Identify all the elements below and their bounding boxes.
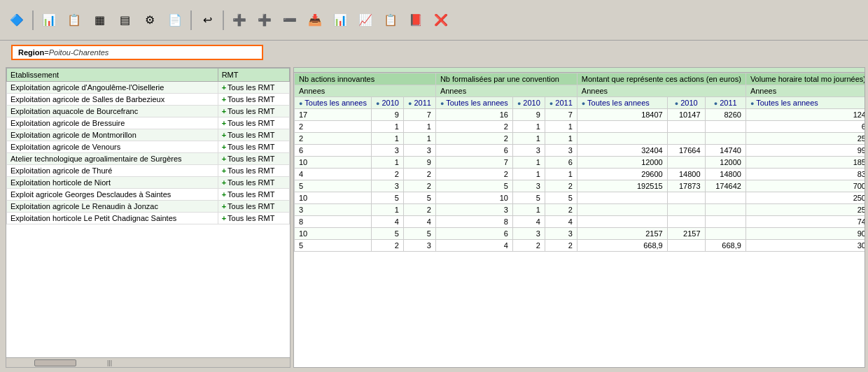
col-header-toutes[interactable]: ● Toutes les annees — [577, 97, 667, 109]
rmt-cell[interactable]: +Tous les RMT — [218, 106, 289, 117]
filter-bar: Region = Poitou-Charentes — [0, 41, 868, 64]
expand-icon[interactable]: + — [222, 214, 226, 222]
expand-icon[interactable]: + — [222, 166, 226, 175]
rmt-cell[interactable]: +Tous les RMT — [218, 213, 289, 224]
data-cell: 4 — [403, 216, 435, 228]
rmt-cell[interactable]: +Tous les RMT — [218, 189, 289, 201]
right-table-row: 10551055250 — [295, 192, 865, 204]
data-cell: 2157 — [577, 228, 667, 240]
page-icon[interactable]: 📄 — [164, 9, 186, 31]
remove-icon[interactable]: ➖ — [279, 9, 301, 31]
data-cell: 10 — [295, 192, 372, 204]
data-cell: 14800 — [667, 169, 705, 180]
col-header-year[interactable]: ● 2010 — [512, 97, 545, 109]
data-cell: 6 — [295, 145, 372, 157]
table-icon[interactable]: ▦ — [88, 9, 111, 31]
data-cell — [667, 216, 705, 228]
col-header-toutes[interactable]: ● Toutes les annees — [435, 97, 512, 109]
measure-group-header: Nb actions innovantes — [295, 73, 436, 85]
col-header-toutes[interactable]: ● Toutes les annees — [746, 97, 864, 109]
data-cell: 7 — [435, 157, 512, 169]
data-cell: 9 — [512, 109, 545, 121]
rmt-cell[interactable]: +Tous les RMT — [218, 201, 289, 213]
data-cell: 3 — [371, 180, 403, 192]
col-header-year[interactable]: ● 2011 — [403, 97, 435, 109]
data-cell — [705, 192, 746, 204]
rmt-cell[interactable]: +Tous les RMT — [218, 165, 289, 177]
left-table-row: Exploitation agricole de Salles de Barbe… — [7, 94, 290, 106]
data-cell: 3 — [435, 204, 512, 216]
data-cell — [705, 121, 746, 133]
data-cell: 6 — [435, 145, 512, 157]
sub-header-annees: Annees — [577, 85, 746, 97]
data-cell: 3 — [371, 145, 403, 157]
right-table-row: 2112116 — [295, 121, 865, 133]
data-cell: 4 — [512, 216, 545, 228]
data-cell: 2 — [545, 204, 577, 216]
cube-icon[interactable]: 🔷 — [6, 9, 28, 31]
col-header-toutes[interactable]: ● Toutes les annees — [295, 97, 372, 109]
expand-icon[interactable]: + — [222, 107, 226, 115]
expand-icon[interactable]: + — [222, 131, 226, 139]
add-col-icon[interactable]: ➕ — [253, 9, 276, 31]
nav-dot: ● — [714, 100, 718, 107]
data-cell: 10147 — [667, 109, 705, 121]
rmt-cell[interactable]: +Tous les RMT — [218, 153, 289, 165]
rmt-cell[interactable]: +Tous les RMT — [218, 82, 289, 94]
data-cell: 3 — [295, 204, 372, 216]
data-cell: 1 — [512, 121, 545, 133]
col-header-year[interactable]: ● 2010 — [371, 97, 403, 109]
data-cell: 10 — [435, 192, 512, 204]
data-cell: 3 — [403, 145, 435, 157]
import-icon[interactable]: 📥 — [304, 9, 326, 31]
data-cell — [667, 240, 705, 252]
right-table-wrap[interactable]: Nb actions innovantesNb formalisées par … — [294, 73, 864, 354]
settings-icon[interactable]: ⚙ — [139, 9, 161, 31]
copy-icon[interactable]: 📋 — [379, 9, 402, 31]
expand-icon[interactable]: + — [222, 155, 226, 163]
data-cell: 29600 — [577, 169, 667, 180]
rmt-cell[interactable]: +Tous les RMT — [218, 129, 289, 141]
arrow-left-icon[interactable]: ↩ — [196, 9, 218, 31]
col-header-year[interactable]: ● 2011 — [545, 97, 577, 109]
left-scrollbar-h[interactable]: ||| — [6, 357, 290, 367]
data-cell — [667, 133, 705, 145]
right-table-row: 53253219251517873174642700 — [295, 180, 865, 192]
expand-icon[interactable]: + — [222, 202, 226, 210]
sub-header-annees: Annees — [435, 85, 577, 97]
close-icon[interactable]: ❌ — [430, 9, 452, 31]
data-cell: 6 — [435, 228, 512, 240]
add-row-icon[interactable]: ➕ — [228, 9, 251, 31]
chart-bar-icon[interactable]: 📊 — [329, 9, 351, 31]
expand-icon[interactable]: + — [222, 143, 226, 151]
expand-icon[interactable]: + — [222, 190, 226, 199]
sub-header-annees: Annees — [295, 85, 436, 97]
columns-icon[interactable]: ▤ — [113, 9, 136, 31]
expand-icon[interactable]: + — [222, 119, 226, 127]
data-cell — [667, 157, 705, 169]
data-cell: 16 — [435, 109, 512, 121]
data-cell: 174642 — [705, 180, 746, 192]
data-cell: 2 — [371, 240, 403, 252]
expand-icon[interactable]: + — [222, 95, 226, 103]
chart-col-icon[interactable]: 📈 — [354, 9, 377, 31]
pdf-icon[interactable]: 📕 — [405, 9, 427, 31]
data-cell: 2 — [545, 240, 577, 252]
table-edit-icon[interactable]: 📋 — [63, 9, 85, 31]
data-cell — [705, 204, 746, 216]
data-cell — [667, 192, 705, 204]
rmt-cell[interactable]: +Tous les RMT — [218, 117, 289, 129]
expand-icon[interactable]: + — [222, 83, 226, 92]
rmt-cell[interactable]: +Tous les RMT — [218, 177, 289, 189]
col-header-year[interactable]: ● 2010 — [667, 97, 705, 109]
data-cell: 5 — [371, 228, 403, 240]
rmt-cell[interactable]: +Tous les RMT — [218, 141, 289, 153]
sub-header-annees: Annees — [746, 85, 864, 97]
col-header-year[interactable]: ● 2011 — [705, 97, 746, 109]
data-cell — [667, 204, 705, 216]
table-sort-icon[interactable]: 📊 — [38, 9, 60, 31]
data-cell: 2 — [403, 180, 435, 192]
data-cell: 3 — [512, 180, 545, 192]
expand-icon[interactable]: + — [222, 178, 226, 187]
rmt-cell[interactable]: +Tous les RMT — [218, 94, 289, 106]
